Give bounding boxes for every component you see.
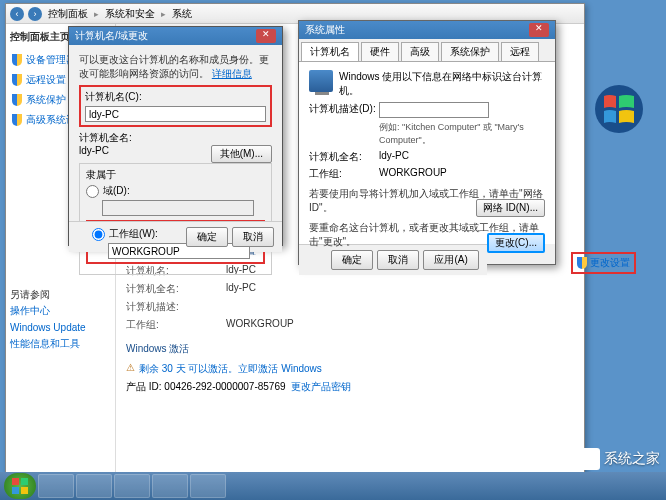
change-settings-link[interactable]: 更改设置 [571,252,636,274]
system-properties-dialog: 系统属性 ✕ 计算机名 硬件 高级 系统保护 远程 Windows 使用以下信息… [298,20,556,265]
domain-label: 域(D): [103,184,130,198]
nav-fwd-icon[interactable]: › [28,7,42,21]
svg-rect-4 [21,487,28,494]
computer-icon [309,70,333,92]
chevron-right-icon: ▸ [159,9,168,19]
nav-back-icon[interactable]: ‹ [10,7,24,21]
dialog-titlebar[interactable]: 计算机名/域更改 ✕ [69,27,282,45]
domain-input [102,200,254,216]
warning-icon: ⚠ [126,362,135,376]
ok-button[interactable]: 确定 [331,250,373,270]
fullname-label: 计算机全名: [79,132,132,143]
description-input[interactable] [379,102,489,118]
wg-v: WORKGROUP [379,167,447,181]
change-button[interactable]: 更改(C)... [487,233,545,253]
close-icon[interactable]: ✕ [529,23,549,37]
desc-example: 例如: "Kitchen Computer" 或 "Mary's Compute… [379,121,545,147]
tab-hardware[interactable]: 硬件 [361,42,399,61]
footer-link-update[interactable]: Windows Update [10,320,111,335]
taskbar-item[interactable] [76,474,112,498]
wg-k: 工作组: [309,167,379,181]
change-key-link[interactable]: 更改产品密钥 [291,380,351,394]
tab-protect[interactable]: 系统保护 [441,42,499,61]
start-button[interactable] [4,473,36,499]
ok-button[interactable]: 确定 [186,227,228,247]
chevron-right-icon: ▸ [92,9,101,19]
svg-rect-1 [12,478,19,485]
shield-icon [12,74,22,86]
shield-icon [12,94,22,106]
shield-icon [577,257,587,269]
cancel-button[interactable]: 取消 [232,227,274,247]
watermark: 系统之家 [578,448,660,470]
detail-link[interactable]: 详细信息 [212,68,252,79]
svg-rect-3 [12,487,19,494]
cancel-button[interactable]: 取消 [377,250,419,270]
taskbar-item[interactable] [152,474,188,498]
dialog-title: 系统属性 [305,23,345,37]
workgroup-input[interactable] [108,243,250,259]
computer-name-input[interactable] [85,106,266,122]
brand-logo-icon [578,448,600,470]
tab-computername[interactable]: 计算机名 [301,42,359,61]
crumb-root[interactable]: 控制面板 [46,7,90,21]
intro-text: Windows 使用以下信息在网络中标识这台计算机。 [339,70,545,98]
crumb-cat[interactable]: 系统和安全 [103,7,157,21]
network-id-button[interactable]: 网络 ID(N)... [476,199,545,217]
fullname-value: ldy-PC [79,145,109,156]
domain-radio[interactable] [86,185,99,198]
product-id: 产品 ID: 00426-292-0000007-85769 [126,380,286,394]
see-also-title: 另请参阅 [10,288,111,302]
member-label: 隶属于 [86,168,265,182]
rename-dialog: 计算机名/域更改 ✕ 可以更改这台计算机的名称和成员身份。更改可能影响网络资源的… [68,26,283,246]
taskbar-item[interactable] [190,474,226,498]
crumb-page[interactable]: 系统 [170,7,194,21]
tab-advanced[interactable]: 高级 [401,42,439,61]
more-button[interactable]: 其他(M)... [211,145,272,163]
fullname-v: ldy-PC [379,150,409,164]
shield-icon [12,54,22,66]
tab-remote[interactable]: 远程 [501,42,539,61]
comp-wg-k: 工作组: [126,318,226,332]
dialog-titlebar[interactable]: 系统属性 ✕ [299,21,555,39]
footer-link-action[interactable]: 操作中心 [10,302,111,320]
computer-name-group: 计算机名(C): [79,85,272,127]
comp-full-k: 计算机全名: [126,282,226,296]
activate-link[interactable]: 剩余 30 天 可以激活。立即激活 Windows [139,362,322,376]
breadcrumb[interactable]: 控制面板 ▸ 系统和安全 ▸ 系统 [46,7,580,21]
taskbar-item[interactable] [114,474,150,498]
activate-title: Windows 激活 [126,342,574,356]
comp-desc-k: 计算机描述: [126,300,226,314]
workgroup-radio[interactable] [92,228,105,241]
windows-logo-icon [594,84,644,134]
taskbar [0,472,666,500]
name-label: 计算机名(C): [85,90,266,104]
dialog-title: 计算机名/域更改 [75,29,148,43]
fullname-k: 计算机全名: [309,150,379,164]
taskbar-item[interactable] [38,474,74,498]
workgroup-label: 工作组(W): [109,227,158,241]
comp-wg-v: WORKGROUP [226,318,294,332]
close-icon[interactable]: ✕ [256,29,276,43]
svg-rect-2 [21,478,28,485]
comp-full-v: ldy-PC [226,282,256,296]
desc-label: 计算机描述(D): [309,102,379,118]
apply-button[interactable]: 应用(A) [423,250,478,270]
shield-icon [12,114,22,126]
tab-strip: 计算机名 硬件 高级 系统保护 远程 [299,39,555,62]
svg-point-0 [595,85,643,133]
footer-link-perf[interactable]: 性能信息和工具 [10,335,111,353]
